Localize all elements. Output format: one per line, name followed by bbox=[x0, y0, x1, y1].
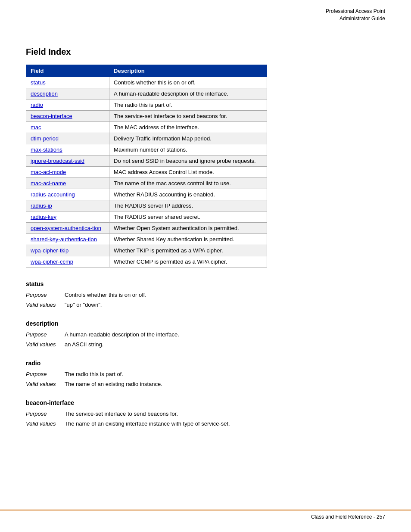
field-cell: status bbox=[26, 77, 109, 88]
field-link[interactable]: dtim-period bbox=[31, 135, 59, 142]
description-cell: Whether Shared Key authentication is per… bbox=[109, 233, 267, 245]
column-header-description: Description bbox=[109, 65, 267, 77]
field-cell: wpa-cipher-ccmp bbox=[26, 256, 109, 267]
table-row: radioThe radio this is part of. bbox=[26, 99, 267, 110]
field-cell: radius-accounting bbox=[26, 189, 109, 200]
table-row: mac-acl-nameThe name of the mac access c… bbox=[26, 177, 267, 189]
field-detail-value: The name of an existing interface instan… bbox=[65, 420, 230, 427]
field-cell: mac bbox=[26, 121, 109, 133]
field-detail-value: The name of an existing radio instance. bbox=[65, 381, 162, 387]
field-detail-value: an ASCII string. bbox=[65, 341, 103, 348]
section-heading: description bbox=[26, 320, 385, 327]
section-heading: beacon-interface bbox=[26, 399, 385, 406]
field-link[interactable]: radius-key bbox=[31, 214, 56, 220]
field-cell: dtim-period bbox=[26, 133, 109, 144]
header-line1: Professional Access Point bbox=[326, 8, 385, 14]
field-index-table: Field Description statusControls whether… bbox=[26, 65, 267, 268]
field-cell: radio bbox=[26, 99, 109, 110]
field-cell: open-system-authentica-tion bbox=[26, 222, 109, 233]
field-link[interactable]: radius-ip bbox=[31, 202, 52, 209]
field-cell: wpa-cipher-tkip bbox=[26, 245, 109, 256]
field-link[interactable]: beacon-interface bbox=[31, 113, 72, 119]
table-row: radius-keyThe RADIUS server shared secre… bbox=[26, 211, 267, 222]
field-detail-value: A human-readable description of the inte… bbox=[65, 331, 179, 338]
description-cell: The service-set interface to send beacon… bbox=[109, 110, 267, 121]
description-cell: The RADIUS server shared secret. bbox=[109, 211, 267, 222]
page-footer: Class and Field Reference - 257 bbox=[0, 510, 411, 523]
field-link[interactable]: mac bbox=[31, 124, 41, 131]
page-title: Field Index bbox=[26, 47, 385, 57]
description-cell: Whether CCMP is permitted as a WPA ciphe… bbox=[109, 256, 267, 267]
field-cell: ignore-broadcast-ssid bbox=[26, 155, 109, 166]
table-row: ignore-broadcast-ssidDo not send SSID in… bbox=[26, 155, 267, 166]
description-cell: Delivery Traffic Information Map period. bbox=[109, 133, 267, 144]
column-header-field: Field bbox=[26, 65, 109, 77]
description-cell: Whether TKIP is permitted as a WPA ciphe… bbox=[109, 245, 267, 256]
table-row: shared-key-authentica-tionWhether Shared… bbox=[26, 233, 267, 245]
field-link[interactable]: wpa-cipher-tkip bbox=[31, 247, 68, 254]
table-row: wpa-cipher-ccmpWhether CCMP is permitted… bbox=[26, 256, 267, 267]
field-detail-row: Valid values"up" or "down". bbox=[26, 302, 385, 308]
table-row: statusControls whether this is on or off… bbox=[26, 77, 267, 88]
field-cell: mac-acl-mode bbox=[26, 166, 109, 177]
header-line2: Administrator Guide bbox=[339, 16, 385, 22]
field-detail-label: Valid values bbox=[26, 420, 65, 427]
description-cell: Whether RADIUS accounting is enabled. bbox=[109, 189, 267, 200]
field-detail-label: Purpose bbox=[26, 371, 65, 377]
table-row: mac-acl-modeMAC address Access Control L… bbox=[26, 166, 267, 177]
field-link[interactable]: max-stations bbox=[31, 146, 62, 153]
description-cell: Controls whether this is on or off. bbox=[109, 77, 267, 88]
description-cell: Whether Open System authentication is pe… bbox=[109, 222, 267, 233]
description-cell: Maximum number of stations. bbox=[109, 144, 267, 155]
field-detail-row: PurposeControls whether this is on or of… bbox=[26, 292, 385, 298]
field-detail-label: Purpose bbox=[26, 331, 65, 338]
field-detail-label: Purpose bbox=[26, 292, 65, 298]
field-link[interactable]: mac-acl-mode bbox=[31, 169, 66, 175]
table-row: wpa-cipher-tkipWhether TKIP is permitted… bbox=[26, 245, 267, 256]
footer-right: Class and Field Reference - 257 bbox=[311, 514, 385, 520]
field-detail-row: Valid valuesan ASCII string. bbox=[26, 341, 385, 348]
field-cell: description bbox=[26, 88, 109, 99]
field-detail-row: PurposeThe radio this is part of. bbox=[26, 371, 385, 377]
field-detail-row: PurposeA human-readable description of t… bbox=[26, 331, 385, 338]
table-row: radius-ipThe RADIUS server IP address. bbox=[26, 200, 267, 211]
field-detail-label: Purpose bbox=[26, 411, 65, 417]
field-cell: radius-key bbox=[26, 211, 109, 222]
field-detail-row: Valid valuesThe name of an existing radi… bbox=[26, 381, 385, 387]
table-row: macThe MAC address of the interface. bbox=[26, 121, 267, 133]
field-detail-label: Valid values bbox=[26, 341, 65, 348]
table-row: beacon-interfaceThe service-set interfac… bbox=[26, 110, 267, 121]
field-cell: beacon-interface bbox=[26, 110, 109, 121]
field-detail-value: Controls whether this is on or off. bbox=[65, 292, 146, 298]
field-link[interactable]: ignore-broadcast-ssid bbox=[31, 158, 84, 164]
field-link[interactable]: shared-key-authentica-tion bbox=[31, 236, 97, 243]
page-header: Professional Access Point Administrator … bbox=[0, 0, 411, 26]
description-cell: The RADIUS server IP address. bbox=[109, 200, 267, 211]
field-link[interactable]: mac-acl-name bbox=[31, 180, 66, 187]
field-detail-row: PurposeThe service-set interface to send… bbox=[26, 411, 385, 417]
field-link[interactable]: radius-accounting bbox=[31, 191, 75, 198]
description-cell: Do not send SSID in beacons and ignore p… bbox=[109, 155, 267, 166]
description-cell: MAC address Access Control List mode. bbox=[109, 166, 267, 177]
field-cell: radius-ip bbox=[26, 200, 109, 211]
field-detail-value: The radio this is part of. bbox=[65, 371, 123, 377]
field-detail-label: Valid values bbox=[26, 381, 65, 387]
field-detail-value: "up" or "down". bbox=[65, 302, 102, 308]
field-cell: mac-acl-name bbox=[26, 177, 109, 189]
table-row: open-system-authentica-tionWhether Open … bbox=[26, 222, 267, 233]
description-cell: The name of the mac access control list … bbox=[109, 177, 267, 189]
description-cell: The radio this is part of. bbox=[109, 99, 267, 110]
field-detail-value: The service-set interface to send beacon… bbox=[65, 411, 178, 417]
description-cell: The MAC address of the interface. bbox=[109, 121, 267, 133]
section-heading: status bbox=[26, 280, 385, 287]
field-cell: shared-key-authentica-tion bbox=[26, 233, 109, 245]
field-link[interactable]: status bbox=[31, 79, 46, 86]
table-row: radius-accountingWhether RADIUS accounti… bbox=[26, 189, 267, 200]
field-link[interactable]: open-system-authentica-tion bbox=[31, 225, 101, 231]
field-link[interactable]: wpa-cipher-ccmp bbox=[31, 258, 73, 265]
field-detail-label: Valid values bbox=[26, 302, 65, 308]
section-heading: radio bbox=[26, 360, 385, 367]
field-link[interactable]: description bbox=[31, 90, 58, 97]
field-cell: max-stations bbox=[26, 144, 109, 155]
field-link[interactable]: radio bbox=[31, 102, 43, 108]
